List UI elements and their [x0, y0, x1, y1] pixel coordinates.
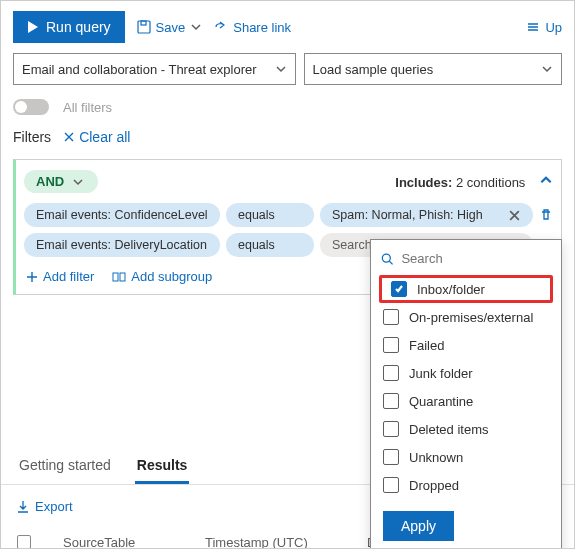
search-icon [381, 252, 393, 266]
logic-operator-label: AND [36, 174, 64, 189]
dropdown-option-onprem[interactable]: On-premises/external [371, 303, 561, 331]
run-query-label: Run query [46, 19, 111, 35]
condition-row: Email events: ConfidenceLevel equals Spa… [24, 203, 553, 227]
condition-op-pill[interactable]: equals [226, 203, 314, 227]
checkbox-icon [383, 337, 399, 353]
up-button[interactable]: Up [526, 20, 562, 35]
svg-point-4 [382, 254, 390, 262]
logic-row: AND Includes: 2 conditions [24, 170, 553, 193]
clear-all-label: Clear all [79, 129, 130, 145]
export-label: Export [35, 499, 73, 514]
checkbox-checked-icon [391, 281, 407, 297]
select-all-checkbox[interactable] [17, 535, 31, 549]
dropdown-option-unknown[interactable]: Unknown [371, 443, 561, 471]
all-filters-toggle[interactable] [13, 99, 49, 115]
add-subgroup-label: Add subgroup [131, 269, 212, 284]
dropdown-option-failed[interactable]: Failed [371, 331, 561, 359]
clear-value-icon[interactable] [508, 209, 521, 222]
clear-all-button[interactable]: Clear all [63, 129, 130, 145]
delivery-location-dropdown: Inbox/folder On-premises/external Failed… [370, 239, 562, 549]
condition-op-pill[interactable]: equals [226, 233, 314, 257]
dropdown-option-deleted[interactable]: Deleted items [371, 415, 561, 443]
dropdown-option-label: Deleted items [409, 422, 488, 437]
column-timestamp[interactable]: Timestamp (UTC) [205, 535, 335, 550]
scope-select-value: Email and collaboration - Threat explore… [22, 62, 257, 77]
add-filter-button[interactable]: Add filter [26, 269, 94, 284]
save-icon [137, 20, 151, 34]
save-label: Save [156, 20, 186, 35]
chevron-down-icon [541, 63, 553, 75]
add-subgroup-button[interactable]: Add subgroup [112, 269, 212, 284]
add-filter-label: Add filter [43, 269, 94, 284]
share-icon [214, 20, 228, 34]
dropdown-option-dropped[interactable]: Dropped [371, 471, 561, 499]
share-link-button[interactable]: Share link [214, 20, 291, 35]
save-button[interactable]: Save [137, 20, 203, 35]
dropdown-option-label: Quarantine [409, 394, 473, 409]
scope-select[interactable]: Email and collaboration - Threat explore… [13, 53, 296, 85]
checkbox-icon [383, 365, 399, 381]
dropdown-option-label: On-premises/external [409, 310, 533, 325]
checkbox-icon [383, 449, 399, 465]
top-toolbar: Run query Save Share link Up [1, 1, 574, 53]
checkbox-icon [383, 421, 399, 437]
chevron-down-icon [275, 63, 287, 75]
delete-condition-icon[interactable] [539, 208, 553, 222]
dropdown-search-input[interactable] [399, 250, 551, 267]
dropdown-option-quarantine[interactable]: Quarantine [371, 387, 561, 415]
svg-rect-0 [138, 21, 150, 33]
condition-field-pill[interactable]: Email events: DeliveryLocation [24, 233, 220, 257]
dropdown-apply-row: Apply [371, 499, 561, 543]
includes-summary: Includes: 2 conditions [395, 173, 553, 190]
dropdown-option-label: Failed [409, 338, 444, 353]
tab-getting-started[interactable]: Getting started [17, 447, 113, 484]
dropdown-option-inbox[interactable]: Inbox/folder [379, 275, 553, 303]
condition-field-pill[interactable]: Email events: ConfidenceLevel [24, 203, 220, 227]
dropdown-option-junk[interactable]: Junk folder [371, 359, 561, 387]
dropdown-option-label: Junk folder [409, 366, 473, 381]
chevron-down-icon [190, 21, 202, 33]
tab-results[interactable]: Results [135, 447, 190, 484]
checkbox-icon [383, 477, 399, 493]
checkbox-icon [383, 309, 399, 325]
filters-header: Filters Clear all [1, 125, 574, 155]
plus-icon [26, 271, 38, 283]
share-label: Share link [233, 20, 291, 35]
svg-rect-1 [141, 21, 146, 25]
chevron-up-icon[interactable] [539, 173, 553, 187]
column-sourcetable[interactable]: SourceTable [63, 535, 173, 550]
svg-rect-3 [120, 273, 125, 281]
all-filters-label: All filters [63, 100, 112, 115]
dropdown-option-label: Dropped [409, 478, 459, 493]
download-icon [17, 500, 29, 514]
all-filters-row: All filters [1, 85, 574, 125]
export-button[interactable]: Export [17, 499, 73, 514]
play-icon [27, 20, 39, 34]
condition-value-pill[interactable]: Spam: Normal, Phish: High [320, 203, 533, 227]
logic-operator-pill[interactable]: AND [24, 170, 98, 193]
sample-select-value: Load sample queries [313, 62, 434, 77]
sample-queries-select[interactable]: Load sample queries [304, 53, 562, 85]
list-icon [526, 21, 540, 33]
scope-selects-row: Email and collaboration - Threat explore… [1, 53, 574, 85]
chevron-down-icon [72, 176, 84, 188]
checkbox-icon [383, 393, 399, 409]
close-icon [63, 131, 75, 143]
dropdown-option-label: Unknown [409, 450, 463, 465]
filters-label: Filters [13, 129, 51, 145]
dropdown-search [371, 246, 561, 275]
apply-button[interactable]: Apply [383, 511, 454, 541]
svg-rect-2 [113, 273, 118, 281]
subgroup-icon [112, 271, 126, 283]
dropdown-option-label: Inbox/folder [417, 282, 485, 297]
run-query-button[interactable]: Run query [13, 11, 125, 43]
up-label: Up [545, 20, 562, 35]
